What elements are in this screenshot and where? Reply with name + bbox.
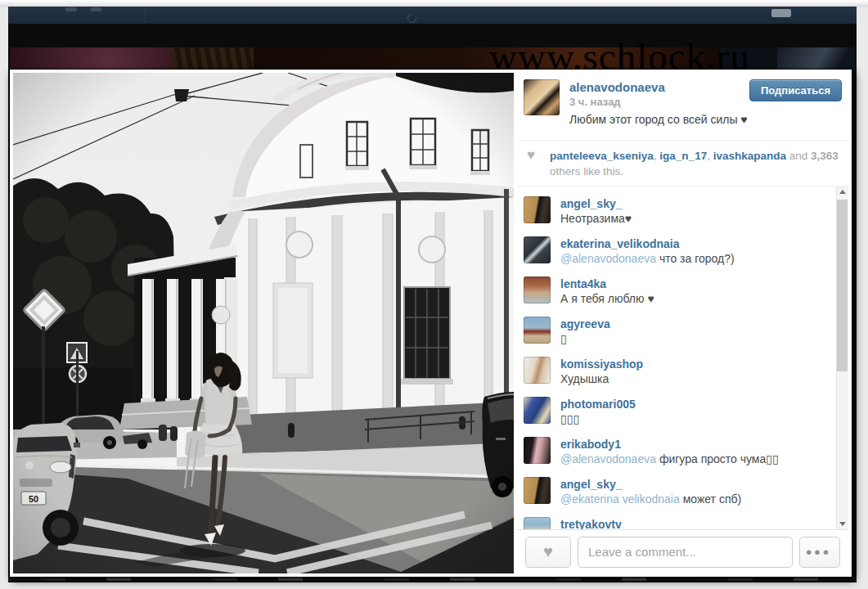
commenter-username-link[interactable]: komissiyashop: [560, 357, 643, 371]
comment-text: @alenavodonaeva фигура просто чума▯▯: [560, 452, 779, 467]
comment-text: @alenavodonaeva что за город?): [560, 251, 735, 267]
navbar-glare: [65, 7, 77, 11]
comment-row: ekaterina_velikodnaia@alenavodonaeva что…: [524, 236, 827, 267]
comment-body: ekaterina_velikodnaia@alenavodonaeva что…: [560, 236, 735, 267]
comment-text: @ekaterina velikodnaia может спб): [560, 492, 741, 507]
liked-by-user-link[interactable]: iga_n_17: [659, 150, 707, 162]
comment-body: photomari005▯▯▯: [560, 397, 636, 427]
navbar-glare: [90, 7, 101, 11]
post-photo[interactable]: 50: [13, 73, 514, 573]
scrollbar-up-arrow-icon[interactable]: [837, 187, 848, 198]
comment-input[interactable]: [578, 537, 793, 568]
comment-row: tretyakovtv: [524, 517, 827, 529]
comment-text: ▯: [560, 331, 610, 347]
comment-body: tretyakovtv: [560, 517, 622, 529]
likes-text: panteleeva_kseniya, iga_n_17, ivashkapan…: [550, 148, 839, 179]
commenter-avatar[interactable]: [524, 236, 551, 263]
comment-row: komissiyashopХудышка: [524, 357, 827, 387]
dimmed-thumbnail: [10, 47, 173, 70]
comment-body: erikabody1@alenavodonaeva фигура просто …: [560, 437, 779, 467]
commenter-username-link[interactable]: ekaterina_velikodnaia: [560, 236, 735, 251]
mention-link[interactable]: @alenavodonaeva: [560, 452, 656, 465]
follow-button[interactable]: Подписаться: [749, 79, 842, 101]
likes-heart-icon: ♥: [527, 147, 535, 164]
more-options-button[interactable]: •••: [799, 537, 840, 568]
comment-row: photomari005▯▯▯: [524, 397, 827, 427]
instagram-navbar: [8, 7, 857, 24]
comment-text: ▯▯▯: [560, 411, 636, 427]
commenter-avatar[interactable]: [524, 517, 551, 529]
commenter-username-link[interactable]: angel_sky_: [560, 477, 741, 492]
commenter-username-link[interactable]: agyreeva: [560, 317, 610, 331]
dimmed-thumbnail: [173, 47, 254, 70]
heart-icon: ♥: [543, 542, 553, 561]
comments-scrollbar[interactable]: [836, 187, 848, 529]
likes-section: ♥ panteleeva_kseniya, iga_n_17, ivashkap…: [517, 141, 848, 186]
comment-bar: ♥ •••: [517, 529, 848, 573]
dimmed-thumbnail: [777, 47, 855, 70]
scrollbar-thumb[interactable]: [837, 200, 848, 371]
post-detail-panel: alenavodonaeva 3 ч. назад Любим этот гор…: [517, 73, 848, 573]
commenter-username-link[interactable]: photomari005: [560, 397, 636, 411]
comments-list: angel_sky_Неотразима♥ekaterina_velikodna…: [517, 187, 848, 529]
comment-text: А я тебя люблю ♥: [560, 291, 654, 307]
post-lightbox-card: 50: [10, 70, 852, 577]
comment-text: Неотразима♥: [560, 211, 632, 227]
post-header: alenavodonaeva 3 ч. назад Любим этот гор…: [517, 73, 848, 140]
commenter-username-link[interactable]: angel_sky_: [560, 196, 632, 211]
comment-row: angel_sky_@ekaterina velikodnaia может с…: [524, 477, 827, 507]
commenter-avatar[interactable]: [524, 317, 551, 344]
commenter-avatar[interactable]: [524, 477, 551, 504]
comment-body: angel_sky_@ekaterina velikodnaia может с…: [560, 477, 741, 507]
navbar-divider: [145, 7, 146, 24]
mention-link[interactable]: @ekaterina velikodnaia: [560, 492, 680, 506]
commenter-username-link[interactable]: lenta4ka: [560, 277, 654, 291]
liked-by-user-link[interactable]: ivashkapanda: [713, 150, 786, 162]
commenter-avatar[interactable]: [524, 397, 551, 424]
comment-text: Худышка: [560, 371, 643, 387]
ellipsis-icon: •••: [806, 542, 831, 562]
comment-body: lenta4kaА я тебя люблю ♥: [560, 277, 654, 307]
comment-body: komissiyashopХудышка: [560, 357, 643, 387]
comment-body: angel_sky_Неотразима♥: [560, 196, 632, 227]
commenter-username-link[interactable]: erikabody1: [560, 437, 779, 452]
comment-row: angel_sky_Неотразима♥: [524, 196, 827, 227]
commenter-avatar[interactable]: [524, 357, 551, 384]
author-avatar[interactable]: [524, 79, 560, 115]
commenter-username-link[interactable]: tretyakovtv: [560, 517, 622, 529]
comment-row: lenta4kaА я тебя люблю ♥: [524, 277, 827, 307]
liked-by-user-link[interactable]: panteleeva_kseniya: [550, 150, 654, 162]
comment-body: agyreeva▯: [560, 317, 610, 347]
navbar-widget: [771, 9, 791, 17]
comment-row: agyreeva▯: [524, 317, 827, 347]
mention-link[interactable]: @alenavodonaeva: [560, 252, 656, 265]
commenter-avatar[interactable]: [524, 437, 551, 464]
instagram-logo-hint: [406, 12, 418, 25]
likes-count: 3,363: [811, 150, 839, 162]
photo-illustration: 50: [13, 73, 514, 573]
commenter-avatar[interactable]: [524, 196, 551, 223]
post-caption: Любим этот город со всей силы ♥: [569, 111, 840, 128]
scrollbar-down-arrow-icon[interactable]: [837, 518, 848, 529]
comment-row: erikabody1@alenavodonaeva фигура просто …: [524, 437, 827, 467]
commenter-avatar[interactable]: [524, 277, 551, 303]
like-button[interactable]: ♥: [525, 537, 571, 568]
